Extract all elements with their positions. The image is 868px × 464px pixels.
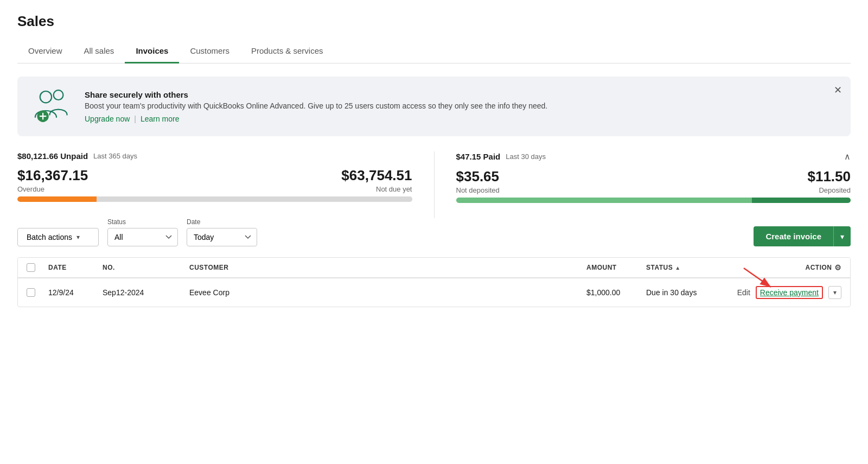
row-customer: Eevee Corp [189,288,586,297]
date-filter-group: Date Today [187,218,257,246]
status-sort-icon: ▲ [675,265,680,271]
paid-amounts: $35.65 Not deposited $11.50 Deposited [456,168,851,194]
th-customer: CUSTOMER [189,264,586,271]
create-invoice-dropdown-button[interactable]: ▾ [833,226,851,246]
create-invoice-chevron-icon: ▾ [840,232,844,241]
header-checkbox[interactable] [27,263,35,272]
nav-tabs: Overview All sales Invoices Customers Pr… [17,40,851,63]
create-invoice-group: Create invoice ▾ [754,226,851,246]
notdeposited-label: Not deposited [456,186,500,194]
paid-total-label: $47.15 Paid [456,152,501,161]
notdue-block: $63,754.51 Not due yet [341,167,412,193]
tab-all-sales[interactable]: All sales [73,40,125,63]
th-status[interactable]: STATUS ▲ [646,264,733,271]
invoices-table: DATE NO. CUSTOMER AMOUNT STATUS ▲ ACTION… [17,257,851,307]
status-filter-label: Status [107,218,178,226]
th-no: NO. [103,264,189,271]
tab-overview[interactable]: Overview [17,40,73,63]
row-no: Sep12-2024 [103,288,189,297]
paid-progress-bar [456,198,851,203]
unpaid-amounts: $16,367.15 Overdue $63,754.51 Not due ye… [17,167,412,193]
svg-point-1 [54,90,63,100]
banner-separator: | [134,115,136,123]
paid-collapse-chevron[interactable]: ∧ [844,151,851,162]
paid-header: $47.15 Paid Last 30 days ∧ [456,151,851,162]
deposited-amount: $11.50 [807,168,851,185]
banner-close-button[interactable]: ✕ [834,84,842,96]
th-checkbox [27,263,48,272]
red-arrow-annotation [738,265,787,293]
notdue-amount: $63,754.51 [341,167,412,184]
batch-actions-button[interactable]: Batch actions ▾ [17,228,99,246]
table-row: 12/9/24 Sep12-2024 Eevee Corp $1,000.00 … [18,278,850,307]
paid-period: Last 30 days [506,152,546,161]
row-checkbox[interactable] [27,288,35,297]
learn-more-link[interactable]: Learn more [141,115,180,123]
share-users-icon [30,87,74,125]
banner-content: Share securely with others Boost your te… [85,90,838,123]
row-amount: $1,000.00 [586,288,646,297]
notdeposited-bar [456,198,752,203]
banner-links: Upgrade now | Learn more [85,115,838,123]
unpaid-stats: $80,121.66 Unpaid Last 365 days $16,367.… [17,151,435,218]
overdue-block: $16,367.15 Overdue [17,167,88,193]
banner-description: Boost your team's productivity with Quic… [85,101,838,110]
page-title: Sales [17,13,851,30]
th-date: DATE [48,264,103,271]
unpaid-period: Last 365 days [93,152,137,160]
paid-stats: $47.15 Paid Last 30 days ∧ $35.65 Not de… [435,151,851,218]
unpaid-header: $80,121.66 Unpaid Last 365 days [17,151,412,161]
tab-products-services[interactable]: Products & services [240,40,334,63]
banner-title: Share securely with others [85,90,838,99]
row-action-cell: Edit Receive payment ▾ [733,286,841,299]
date-filter-label: Date [187,218,257,226]
tab-invoices[interactable]: Invoices [125,40,179,63]
filters-row: Batch actions ▾ Status All Date Today Cr… [17,218,851,246]
notdue-bar [97,196,412,202]
date-filter-select[interactable]: Today [187,228,257,246]
notdeposited-block: $35.65 Not deposited [456,168,500,194]
row-date: 12/9/24 [48,288,103,297]
batch-actions-chevron-icon: ▾ [76,233,80,241]
deposited-label: Deposited [807,186,851,194]
status-filter-select[interactable]: All [107,228,178,246]
svg-point-0 [40,91,52,103]
action-gear-icon[interactable]: ⚙ [834,263,842,272]
deposited-bar [752,198,851,203]
status-filter-group: Status All [107,218,178,246]
table-header-row: DATE NO. CUSTOMER AMOUNT STATUS ▲ ACTION… [18,258,850,278]
tab-customers[interactable]: Customers [179,40,240,63]
stats-row: $80,121.66 Unpaid Last 365 days $16,367.… [17,151,851,218]
row-action-dropdown-button[interactable]: ▾ [828,286,841,299]
notdue-label: Not due yet [341,185,412,193]
row-status: Due in 30 days [646,288,733,297]
unpaid-total-label: $80,121.66 Unpaid [17,151,88,161]
th-amount: AMOUNT [586,264,646,271]
row-checkbox-cell [27,288,48,297]
deposited-block: $11.50 Deposited [807,168,851,194]
notdeposited-amount: $35.65 [456,168,500,185]
overdue-amount: $16,367.15 [17,167,88,184]
overdue-label: Overdue [17,185,88,193]
promo-banner: Share securely with others Boost your te… [17,77,851,136]
unpaid-progress-bar [17,196,412,202]
upgrade-now-link[interactable]: Upgrade now [85,115,130,123]
create-invoice-button[interactable]: Create invoice [754,226,833,246]
overdue-bar [17,196,97,202]
